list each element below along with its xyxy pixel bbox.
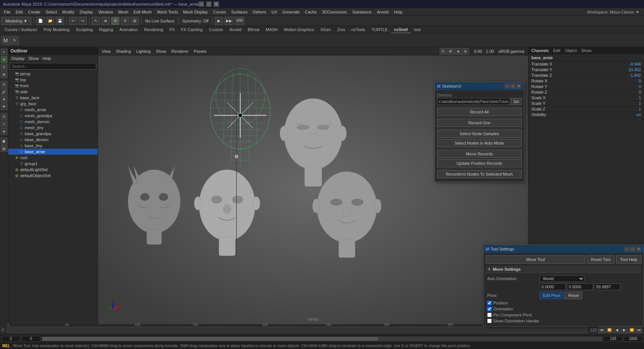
ts-tool-help-btn[interactable]: Tool Help (616, 255, 641, 264)
shelf-tab-ziva[interactable]: Ziva (334, 27, 348, 33)
snap-curve-btn[interactable]: ∿ (1, 121, 7, 127)
record-one-btn[interactable]: Record One (437, 119, 522, 127)
sculpt-btn[interactable]: ⊗ (1, 96, 7, 103)
outliner-item-base-demon[interactable]: ◇ base_demon (8, 137, 98, 143)
soft-select-btn[interactable]: ◎ (1, 81, 7, 88)
ts-reset-pivot-btn[interactable]: Reset (565, 292, 582, 299)
close-button[interactable]: ✕ (214, 1, 219, 7)
skeletor-maximize-btn[interactable]: □ (510, 84, 516, 89)
outliner-item-defaultobjectset[interactable]: ◎ defaultObjectSet (8, 173, 98, 179)
outliner-item-base-arnie[interactable]: ⬡ base_arnie (8, 149, 98, 155)
ch-val-rz[interactable]: 0 (611, 90, 641, 94)
render-seq-btn[interactable]: ▶▶ (225, 17, 234, 25)
menu-editmesh[interactable]: Edit Mesh (131, 9, 154, 15)
menu-display[interactable]: Display (77, 9, 95, 15)
outliner-item-mesh-demon[interactable]: ⬡ mesh_demon (8, 119, 98, 125)
ts-orientation-checkbox[interactable] (487, 307, 492, 311)
outliner-item-grp-face[interactable]: ▽ grp_face (8, 101, 98, 107)
timeline-bar[interactable]: 0 50 100 150 200 250 300 350 400 450 (7, 327, 587, 333)
shelf-icon-2[interactable]: ↻ (10, 36, 19, 45)
ts-position-checkbox[interactable] (487, 301, 492, 305)
shelf-tab-bifrost[interactable]: Bifrost (245, 27, 262, 33)
play-fwd-btn[interactable]: ▶ (621, 327, 628, 333)
new-file-btn[interactable]: 📄 (36, 17, 45, 25)
outliner-item-base-tiny[interactable]: ◇ base_tiny (8, 143, 98, 149)
scale-tool-btn[interactable]: ⊞ (131, 17, 139, 25)
menu-surfaces[interactable]: Surfaces (229, 9, 250, 15)
current-time-input[interactable] (1, 336, 20, 342)
record-all-btn[interactable]: Record All (437, 108, 522, 116)
menu-meshdisplay[interactable]: Mesh Display (181, 9, 210, 15)
menu-curves[interactable]: Curves (211, 9, 228, 15)
ts-coord-x[interactable] (540, 283, 566, 290)
outliner-item-group1[interactable]: ▽ group1 (8, 161, 98, 167)
menu-uv[interactable]: UV (269, 9, 280, 15)
go-end-btn[interactable]: ⏭ (636, 327, 643, 333)
outliner-item-front[interactable]: 📷 front (8, 83, 98, 89)
shelf-tab-nstools[interactable]: nsTools (348, 27, 368, 33)
show-tab[interactable]: Show (580, 48, 592, 53)
play-back-btn[interactable]: ◀ (613, 327, 620, 333)
menu-modify[interactable]: Modify (60, 9, 76, 15)
vp-btn-2[interactable]: ⊞ (447, 48, 454, 55)
vp-shading-menu[interactable]: Shading (114, 48, 133, 54)
preview-btn[interactable]: ▤ (1, 145, 7, 152)
outliner-item-side[interactable]: 📷 side (8, 89, 98, 95)
render-btn[interactable]: ▶ (215, 17, 223, 25)
skeletor-set-btn[interactable]: Set (511, 98, 522, 105)
rotate-mode-btn[interactable]: ↺ (1, 64, 7, 70)
ch-val-sz[interactable]: 1 (611, 107, 641, 111)
range-start-input[interactable] (22, 336, 40, 342)
ch-val-tx[interactable]: -9.946 (611, 62, 641, 66)
outliner-item-defaultlightset[interactable]: ◎ defaultLightSet (8, 167, 98, 173)
minimize-button[interactable]: ─ (199, 1, 204, 7)
ch-val-vis[interactable]: on (611, 112, 641, 117)
paint-btn[interactable]: 🖌 (1, 88, 7, 95)
menu-3dconnexion[interactable]: 3DConnexion (320, 9, 350, 15)
ts-coord-y[interactable] (567, 283, 593, 290)
undo-btn[interactable]: ↩ (69, 17, 77, 25)
lasso-tool-btn[interactable]: ⊕ (101, 17, 110, 25)
shelf-icon-1[interactable]: M (1, 36, 10, 45)
show-hide-btn[interactable]: 👁 (1, 103, 7, 110)
menu-help[interactable]: Help (392, 9, 405, 15)
shelf-tab-turtle[interactable]: TURTLE (369, 27, 391, 33)
menu-window[interactable]: Window (96, 9, 115, 15)
shelf-tab-test[interactable]: test (411, 27, 424, 33)
ts-reset-tool-btn[interactable]: Reset Tool (587, 255, 614, 264)
snap-grid-btn[interactable]: ⊡ (1, 113, 7, 120)
ts-coord-z[interactable] (594, 283, 620, 290)
skeletor-close-btn[interactable]: ✕ (516, 84, 522, 89)
object-tab[interactable]: Object (564, 48, 577, 53)
vp-view-menu[interactable]: View (100, 48, 113, 54)
shelf-tab-poly[interactable]: Poly Modeling (40, 27, 72, 33)
menu-deform[interactable]: Deform (250, 9, 268, 15)
range-end-input[interactable] (604, 336, 622, 342)
select-mode-btn[interactable]: ↖ (1, 49, 7, 55)
skeletor-path-input[interactable] (437, 98, 510, 105)
ts-pin-component-checkbox[interactable] (487, 313, 492, 317)
menu-create[interactable]: Create (26, 9, 43, 15)
scale-mode-btn[interactable]: ⊞ (1, 71, 7, 78)
outliner-item-mesh-tiny[interactable]: ⬡ mesh_tiny (8, 125, 98, 131)
ts-minimize-btn[interactable]: ─ (624, 246, 629, 252)
shelf-tab-xgen[interactable]: XGen (317, 27, 334, 33)
rotate-tool-btn[interactable]: ↺ (121, 17, 129, 25)
ch-val-tz[interactable]: -1.842 (611, 73, 641, 78)
mirror-records-btn[interactable]: Mirror Records (437, 150, 522, 158)
ch-val-sx[interactable]: 1 (611, 95, 641, 100)
vp-panels-menu[interactable]: Panels (192, 48, 209, 54)
move-tool-btn[interactable]: ✛ (111, 17, 119, 25)
menu-mesh[interactable]: Mesh (116, 9, 131, 15)
shelf-tab-motiongraphics[interactable]: Motion Graphics (281, 27, 317, 33)
reconform-btn[interactable]: Reconform Nodes To Selected Mesh (437, 170, 522, 178)
select-tool-btn[interactable]: ↖ (92, 17, 100, 25)
outliner-item-mesh-arnie[interactable]: ⬡ mesh_arnie (8, 107, 98, 113)
edit-tab[interactable]: Edit (552, 48, 561, 53)
ts-maximize-btn[interactable]: □ (630, 246, 635, 252)
vp-btn-4[interactable]: ⊗ (462, 48, 469, 55)
shelf-tab-fx[interactable]: FX (167, 27, 178, 33)
vp-renderer-menu[interactable]: Renderer (169, 48, 191, 54)
next-frame-btn[interactable]: ⏩ (628, 327, 635, 333)
mel-label[interactable]: MEL (2, 344, 10, 348)
